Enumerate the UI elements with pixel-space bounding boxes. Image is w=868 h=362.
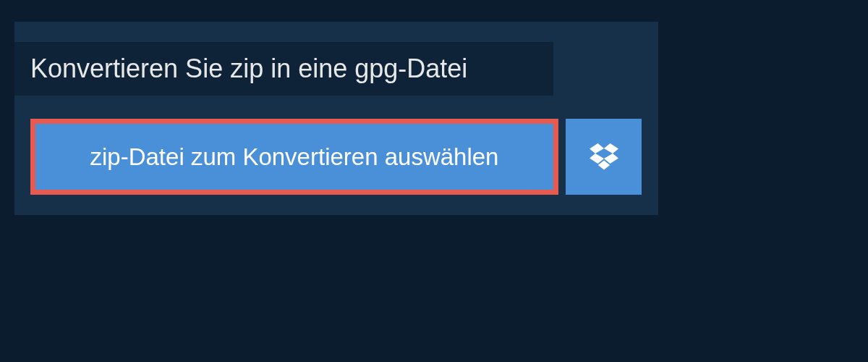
button-row: zip-Datei zum Konvertieren auswählen: [14, 119, 658, 195]
converter-panel: Konvertieren Sie zip in eine gpg-Datei z…: [14, 22, 658, 215]
page-title: Konvertieren Sie zip in eine gpg-Datei: [30, 54, 467, 83]
dropbox-button[interactable]: [566, 119, 642, 195]
file-select-label: zip-Datei zum Konvertieren auswählen: [90, 143, 499, 171]
title-bar: Konvertieren Sie zip in eine gpg-Datei: [14, 42, 553, 96]
file-select-button[interactable]: zip-Datei zum Konvertieren auswählen: [30, 119, 558, 195]
dropbox-icon: [590, 143, 618, 171]
